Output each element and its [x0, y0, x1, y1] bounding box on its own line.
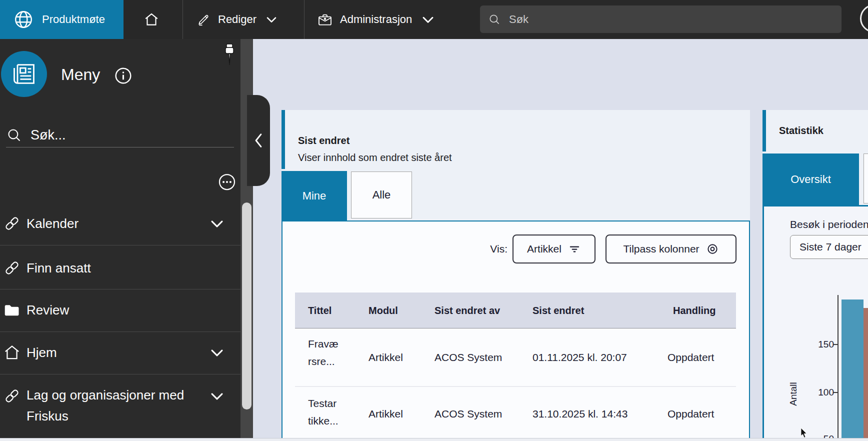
- chart-y-axis-label: Antall: [788, 379, 800, 409]
- chart-bar: [864, 308, 868, 441]
- tab-next-partial[interactable]: [864, 154, 868, 204]
- global-search-input[interactable]: [508, 12, 790, 26]
- title-line: rsre...: [308, 352, 335, 370]
- sidebar-item-label: Finn ansatt: [26, 258, 196, 278]
- accent-stripe: [762, 110, 766, 152]
- link-icon: [3, 214, 21, 232]
- sidebar-scrollbar-thumb[interactable]: [242, 202, 252, 410]
- chart-y-axis: [838, 295, 838, 441]
- recent-panel: Sist endret Viser innhold som endret sis…: [282, 110, 750, 220]
- tick-mark: [834, 392, 838, 393]
- customize-columns-label: Tilpass kolonner: [623, 243, 699, 255]
- link-icon: [3, 387, 21, 405]
- col-header-sist-endret: Sist endret: [532, 292, 584, 328]
- menu-title: Meny: [61, 66, 100, 84]
- recent-title: Sist endret: [298, 135, 350, 146]
- filter-icon: [568, 242, 581, 256]
- site-home-button[interactable]: Produktmøte: [0, 0, 124, 39]
- link-icon: [3, 259, 21, 277]
- sidebar-item-hjem[interactable]: Hjem: [0, 330, 240, 375]
- cell-handling: Oppdatert: [668, 388, 714, 440]
- sidebar-collapse-button[interactable]: [247, 95, 270, 186]
- sidebar-item-lag-og-organisasjoner[interactable]: Lag og organisasjoner med Friskus: [0, 373, 240, 438]
- more-options-icon[interactable]: [218, 173, 236, 191]
- search-icon: [6, 127, 22, 144]
- mouse-cursor: [800, 428, 808, 439]
- chevron-down-icon: [264, 12, 280, 28]
- site-title: Produktmøte: [42, 13, 105, 26]
- title-line: Testar: [308, 394, 336, 412]
- col-header-sist-endret-av: Sist endret av: [434, 292, 500, 328]
- rediger-menu[interactable]: Rediger: [196, 0, 280, 39]
- topbar-divider: [304, 0, 304, 39]
- help-icon[interactable]: [860, 4, 868, 32]
- accent-stripe: [282, 110, 285, 169]
- pushpin-icon[interactable]: [222, 43, 236, 72]
- sidebar: Meny: [0, 39, 253, 441]
- period-select[interactable]: Siste 7 dager: [790, 235, 868, 259]
- title-line: Fravæ: [308, 335, 338, 352]
- info-icon[interactable]: [114, 66, 132, 85]
- sidebar-item-finn-ansatt[interactable]: Finn ansatt: [0, 246, 240, 290]
- topbar-divider: [182, 0, 183, 39]
- chevron-down-icon[interactable]: [207, 214, 227, 234]
- sidebar-item-kalender[interactable]: Kalender: [0, 201, 240, 246]
- vis-label: Vis:: [482, 234, 508, 264]
- cell-modul: Artikkel: [368, 328, 403, 386]
- eye-rings-icon: [706, 242, 719, 256]
- sidebar-search-input[interactable]: [30, 127, 212, 144]
- horizontal-scrollbar[interactable]: [0, 438, 868, 441]
- chevron-down-icon: [419, 10, 437, 28]
- app-root: Produktmøte Rediger: [0, 0, 868, 441]
- folder-icon: [3, 301, 21, 319]
- sidebar-item-label: Kalender: [26, 213, 196, 234]
- administrasjon-label: Administrasjon: [340, 13, 412, 26]
- table-header: Tittel Modul Sist endret av Sist endret …: [295, 292, 736, 328]
- menu-avatar: [1, 51, 47, 97]
- sidebar-item-review[interactable]: Review: [0, 288, 240, 332]
- global-search: [480, 6, 842, 33]
- tab-label: Mine: [302, 190, 326, 202]
- home-icon: [144, 12, 160, 28]
- cell-sist-endret-av: ACOS System: [434, 388, 502, 440]
- cell-handling: Oppdatert: [668, 328, 714, 386]
- stats-title: Statistikk: [779, 125, 824, 136]
- tick-mark: [834, 344, 838, 345]
- cell-sist-endret-av: ACOS System: [434, 328, 502, 386]
- administrasjon-menu[interactable]: Administrasjon: [317, 0, 437, 39]
- title-line: tikke...: [308, 412, 338, 430]
- col-header-tittel: Tittel: [308, 292, 332, 328]
- chevron-down-icon[interactable]: [207, 342, 227, 362]
- y-tick-100: 100: [809, 387, 834, 398]
- col-header-modul: Modul: [368, 292, 398, 328]
- top-bar: Produktmøte Rediger: [0, 0, 868, 39]
- sidebar-search: [6, 123, 234, 148]
- stats-panel: Statistikk Oversikt: [762, 110, 868, 205]
- cell-sist-endret: 01.11.2025 kl. 20:07: [532, 328, 627, 386]
- tab-label: Alle: [372, 188, 391, 202]
- type-filter-button[interactable]: Artikkel: [512, 234, 596, 264]
- period-label: Besøk i perioden: [790, 218, 868, 230]
- col-header-handling: Handling: [673, 292, 716, 328]
- newspaper-icon: [11, 62, 37, 86]
- tab-oversikt[interactable]: Oversikt: [762, 154, 859, 205]
- type-filter-label: Artikkel: [527, 243, 562, 255]
- chevron-left-icon: [253, 132, 264, 148]
- tab-label: Oversikt: [790, 173, 831, 186]
- customize-columns-button[interactable]: Tilpass kolonner: [606, 234, 736, 264]
- home-button[interactable]: [136, 0, 167, 39]
- y-tick-150: 150: [809, 339, 834, 350]
- sidebar-item-label: Review: [26, 300, 196, 320]
- pencil-icon: [196, 12, 211, 27]
- sidebar-item-label: Hjem: [26, 342, 196, 363]
- chevron-down-icon[interactable]: [207, 386, 227, 406]
- recent-subtitle: Viser innhold som endret siste året: [298, 152, 452, 164]
- search-icon: [488, 13, 501, 26]
- cell-sist-endret: 31.10.2025 kl. 14:43: [532, 388, 628, 440]
- tab-alle[interactable]: Alle: [351, 172, 412, 218]
- chart-bar: [842, 300, 864, 441]
- table-row: Fraværsre... Artikkel ACOS System 01.11.…: [295, 328, 736, 387]
- tab-mine[interactable]: Mine: [282, 171, 347, 220]
- recent-table-card: Vis: Artikkel Tilpass kolonner Tittel Mo…: [282, 220, 750, 441]
- sidebar-item-label: Lag og organisasjoner med Friskus: [26, 384, 196, 426]
